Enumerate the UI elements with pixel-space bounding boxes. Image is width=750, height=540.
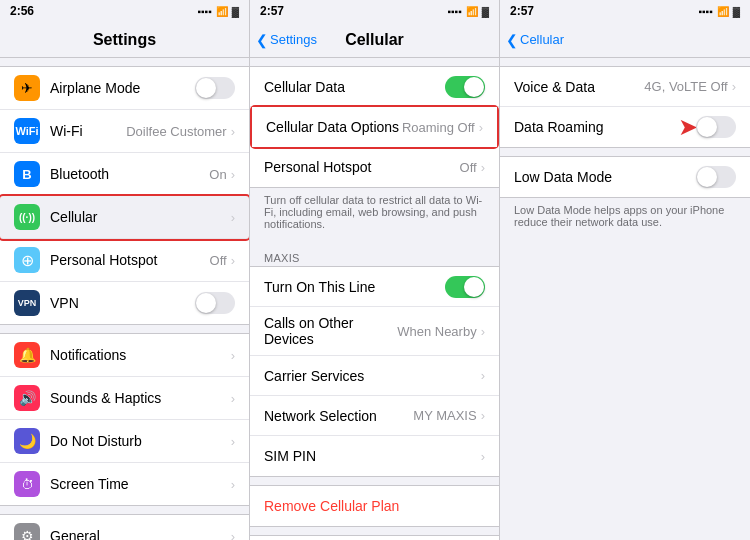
dataoptions-nav-back[interactable]: Cellular (506, 32, 564, 48)
data-roaming-row[interactable]: Data Roaming ➤ (500, 107, 750, 147)
hotspot-icon: ⊕ (14, 247, 40, 273)
airplane-toggle[interactable] (195, 77, 235, 99)
settings-panel: 2:56 ▪▪▪▪ 📶 ▓ Settings ✈ Airplane Mode W… (0, 0, 250, 540)
cellular-top-group: Cellular Data Cellular Data Options Roam… (250, 66, 499, 188)
personal-hotspot-row[interactable]: ⊕ Personal Hotspot Off › (0, 239, 249, 282)
calls-other-devices-row[interactable]: Calls on Other Devices When Nearby › (250, 307, 499, 356)
hotspot-label: Personal Hotspot (50, 252, 210, 268)
screentime-chevron: › (231, 477, 235, 492)
battery-icon-mid: ▓ (482, 6, 489, 17)
vpn-toggle[interactable] (195, 292, 235, 314)
network-selection-label: Network Selection (264, 408, 413, 424)
carrier-services-chevron: › (481, 368, 485, 383)
turn-on-line-toggle[interactable] (445, 276, 485, 298)
voice-data-chevron: › (732, 79, 736, 94)
turn-on-line-label: Turn On This Line (264, 279, 445, 295)
vpn-row[interactable]: VPN VPN (0, 282, 249, 324)
add-plan-row[interactable]: Add Cellular Plan (250, 536, 499, 540)
personal-hotspot-mid-chevron: › (481, 160, 485, 175)
bluetooth-value: On (209, 167, 226, 182)
airplane-mode-row[interactable]: ✈ Airplane Mode (0, 67, 249, 110)
add-plan-section: Add Cellular Plan (250, 535, 499, 540)
airplane-label: Airplane Mode (50, 80, 195, 96)
cellular-data-toggle[interactable] (445, 76, 485, 98)
remove-plan-label[interactable]: Remove Cellular Plan (264, 498, 399, 514)
bluetooth-icon: B (14, 161, 40, 187)
display-group: ⚙ General › ≡ Control Center › ☀ Display… (0, 514, 249, 540)
vpn-icon: VPN (14, 290, 40, 316)
status-bar-right: 2:57 ▪▪▪▪ 📶 ▓ (500, 0, 750, 22)
data-roaming-toggle[interactable] (696, 116, 736, 138)
signal-icon: ▪▪▪▪ (198, 6, 212, 17)
sim-pin-label: SIM PIN (264, 448, 481, 464)
wifi-icon: 📶 (216, 6, 228, 17)
data-options-panel: 2:57 ▪▪▪▪ 📶 ▓ Cellular Voice & Data 4G, … (500, 0, 750, 540)
bluetooth-row[interactable]: B Bluetooth On › (0, 153, 249, 196)
battery-icon-right: ▓ (733, 6, 740, 17)
hotspot-value: Off (210, 253, 227, 268)
bluetooth-label: Bluetooth (50, 166, 209, 182)
screentime-row[interactable]: ⏱ Screen Time › (0, 463, 249, 505)
sounds-row[interactable]: 🔊 Sounds & Haptics › (0, 377, 249, 420)
cellular-top-section: Cellular Data Cellular Data Options Roam… (250, 66, 499, 188)
personal-group: 🔔 Notifications › 🔊 Sounds & Haptics › 🌙… (0, 333, 249, 506)
low-data-description: Low Data Mode helps apps on your iPhone … (500, 198, 750, 238)
donotdisturb-row[interactable]: 🌙 Do Not Disturb › (0, 420, 249, 463)
carrier-services-label: Carrier Services (264, 368, 481, 384)
carrier-services-row[interactable]: Carrier Services › (250, 356, 499, 396)
cellular-chevron: › (231, 210, 235, 225)
voice-data-row[interactable]: Voice & Data 4G, VoLTE Off › (500, 67, 750, 107)
low-data-group: Low Data Mode (500, 156, 750, 198)
maxis-section: MAXIS Turn On This Line Calls on Other D… (250, 244, 499, 477)
personal-hotspot-mid-value: Off (460, 160, 477, 175)
sim-pin-chevron: › (481, 449, 485, 464)
add-plan-group: Add Cellular Plan (250, 535, 499, 540)
cellular-data-options-chevron: › (479, 120, 483, 135)
cellular-description: Turn off cellular data to restrict all d… (250, 188, 499, 236)
low-data-section: Low Data Mode Low Data Mode helps apps o… (500, 156, 750, 238)
sim-pin-row[interactable]: SIM PIN › (250, 436, 499, 476)
general-row[interactable]: ⚙ General › (0, 515, 249, 540)
calls-other-devices-value: When Nearby (397, 324, 476, 339)
status-bar-mid: 2:57 ▪▪▪▪ 📶 ▓ (250, 0, 499, 22)
section-display: ⚙ General › ≡ Control Center › ☀ Display… (0, 514, 249, 540)
dataoptions-nav-bar: Cellular (500, 22, 750, 58)
low-data-mode-row[interactable]: Low Data Mode (500, 157, 750, 197)
cellular-row[interactable]: ((·)) Cellular › (0, 196, 249, 239)
cellular-data-options-highlighted: Cellular Data Options Roaming Off › (252, 107, 497, 147)
network-selection-row[interactable]: Network Selection MY MAXIS › (250, 396, 499, 436)
connectivity-group: ✈ Airplane Mode WiFi Wi-Fi Doilfee Custo… (0, 66, 249, 325)
turn-on-line-row[interactable]: Turn On This Line (250, 267, 499, 307)
general-chevron: › (231, 529, 235, 541)
airplane-icon: ✈ (14, 75, 40, 101)
notifications-label: Notifications (50, 347, 231, 363)
remove-plan-row[interactable]: Remove Cellular Plan (250, 486, 499, 526)
hotspot-chevron: › (231, 253, 235, 268)
sounds-chevron: › (231, 391, 235, 406)
cellular-icon: ((·)) (14, 204, 40, 230)
network-selection-chevron: › (481, 408, 485, 423)
notifications-row[interactable]: 🔔 Notifications › (0, 334, 249, 377)
cellular-data-options-row[interactable]: Cellular Data Options Roaming Off › (252, 107, 497, 147)
voice-data-group: Voice & Data 4G, VoLTE Off › Data Roamin… (500, 66, 750, 148)
voice-data-value: 4G, VoLTE Off (644, 79, 727, 94)
bluetooth-chevron: › (231, 167, 235, 182)
general-label: General (50, 528, 231, 540)
personal-hotspot-mid-row[interactable]: Personal Hotspot Off › (250, 147, 499, 187)
settings-nav-bar: Settings (0, 22, 249, 58)
general-icon: ⚙ (14, 523, 40, 540)
donotdisturb-chevron: › (231, 434, 235, 449)
wifi-row[interactable]: WiFi Wi-Fi Doilfee Customer › (0, 110, 249, 153)
screentime-icon: ⏱ (14, 471, 40, 497)
signal-icon-right: ▪▪▪▪ (699, 6, 713, 17)
vpn-label: VPN (50, 295, 195, 311)
cellular-data-row[interactable]: Cellular Data (250, 67, 499, 107)
sounds-label: Sounds & Haptics (50, 390, 231, 406)
low-data-mode-toggle[interactable] (696, 166, 736, 188)
cellular-nav-back[interactable]: Settings (256, 32, 317, 48)
battery-icon: ▓ (232, 6, 239, 17)
cellular-data-options-value: Roaming Off (402, 120, 475, 135)
low-data-mode-label: Low Data Mode (514, 169, 696, 185)
status-icons-mid: ▪▪▪▪ 📶 ▓ (448, 6, 489, 17)
wifi-icon-mid: 📶 (466, 6, 478, 17)
